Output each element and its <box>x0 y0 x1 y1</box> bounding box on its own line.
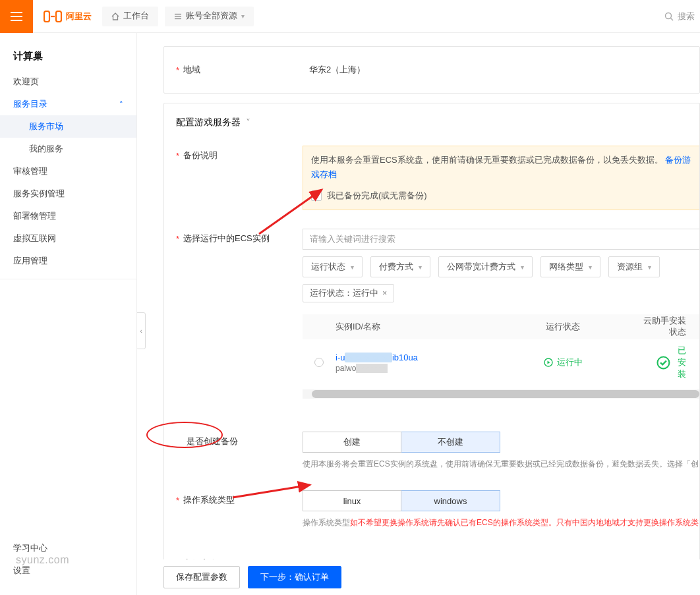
hint-create-backup: 使用本服务将会重置ECS实例的系统盘，使用前请确保无重要数据或已经完成数据备份，… <box>303 458 699 470</box>
ecs-search-input[interactable]: 请输入关键词进行搜索 <box>303 229 699 250</box>
sidebar-item-vnet[interactable]: 虚拟互联网 <box>0 227 136 250</box>
sidebar-item-label: 学习中心 <box>13 542 47 554</box>
label-backup: *备份说明 <box>164 146 303 161</box>
save-config-button[interactable]: 保存配置参数 <box>163 566 240 588</box>
row-radio[interactable] <box>314 358 324 367</box>
sidebar-item-label: 应用管理 <box>13 255 47 267</box>
check-circle-icon <box>656 356 670 370</box>
logo[interactable]: 阿里云 <box>44 11 92 22</box>
seg-linux[interactable]: linux <box>303 490 401 511</box>
account-scope-dropdown[interactable]: 账号全部资源 ▾ <box>165 7 254 26</box>
sidebar-collapse-handle[interactable]: ‹ <box>137 312 146 349</box>
home-icon <box>111 13 119 20</box>
backup-notice: 使用本服务会重置ECS系统盘，使用前请确保无重要数据或已完成数据备份，以免丢失数… <box>303 146 699 210</box>
logo-text: 阿里云 <box>66 11 92 22</box>
filter-pay[interactable]: 付费方式▾ <box>370 256 430 277</box>
seg-no-create[interactable]: 不创建 <box>401 432 500 453</box>
workspace-button[interactable]: 工作台 <box>102 7 158 26</box>
chevron-down-icon: ▾ <box>521 264 524 271</box>
sidebar-item-deploy[interactable]: 部署物管理 <box>0 205 136 227</box>
sidebar-item-instance[interactable]: 服务实例管理 <box>0 183 136 205</box>
backup-confirm-label: 我已备份完成(或无需备份) <box>327 188 427 203</box>
sidebar-item-audit[interactable]: 审核管理 <box>0 160 136 183</box>
sidebar-item-label: 部署物管理 <box>13 210 56 222</box>
sidebar-item-catalog[interactable]: 服务目录 ˄ <box>0 93 136 115</box>
sidebar-item-label: 设置 <box>13 565 30 577</box>
top-search[interactable]: 搜索 <box>664 11 700 22</box>
ecs-search-placeholder: 请输入关键词进行搜索 <box>310 233 395 245</box>
svg-rect-3 <box>44 11 49 22</box>
sidebar-item-label: 我的服务 <box>29 143 63 155</box>
seg-create[interactable]: 创建 <box>303 432 401 453</box>
sidebar-item-my-services[interactable]: 我的服务 <box>0 138 136 160</box>
close-icon[interactable]: × <box>382 289 387 298</box>
chevron-up-icon: ˄ <box>119 100 123 109</box>
region-value: 华东2（上海） <box>303 60 699 80</box>
chevron-down-icon: ˅ <box>246 117 250 128</box>
backup-confirm-checkbox[interactable] <box>311 190 322 201</box>
section-title-config[interactable]: 配置游戏服务器 ˅ <box>164 115 699 131</box>
next-step-button[interactable]: 下一步：确认订单 <box>248 566 341 588</box>
sidebar-title: 计算巢 <box>0 43 136 71</box>
account-scope-label: 账号全部资源 <box>186 11 237 22</box>
search-icon <box>664 12 674 21</box>
sidebar-item-label: 服务实例管理 <box>13 188 65 200</box>
table-header: 实例ID/名称 运行状态 云助手安装状态 <box>303 314 699 339</box>
logo-icon <box>44 11 62 22</box>
seg-windows[interactable]: windows <box>401 490 500 511</box>
sidebar-item-label: 服务市场 <box>29 121 63 132</box>
label-create-backup: 是否创建备份 <box>164 432 303 447</box>
chevron-down-icon: ▾ <box>241 13 245 20</box>
svg-rect-4 <box>56 11 61 22</box>
label-ecs-select: *选择运行中的ECS实例 <box>164 229 303 244</box>
sidebar-item-label: 服务目录 <box>13 98 47 110</box>
horizontal-scrollbar[interactable] <box>303 389 699 399</box>
instance-name: palwoxxxxxxxx <box>335 364 487 373</box>
status-installed: 已安装 <box>656 345 686 380</box>
top-search-placeholder: 搜索 <box>678 11 695 22</box>
chevron-down-icon: ▾ <box>351 264 354 271</box>
workspace-label: 工作台 <box>123 11 149 22</box>
label-os-type: *操作系统类型 <box>164 490 303 506</box>
table-row[interactable]: i-uxxxxxxxxxxxib10ua palwoxxxxxxxx <box>303 339 699 385</box>
sidebar-item-app[interactable]: 应用管理 <box>0 250 136 272</box>
list-icon <box>174 13 182 20</box>
hamburger-icon <box>11 12 22 21</box>
filter-group[interactable]: 资源组▾ <box>608 256 660 277</box>
label-region: *地域 <box>164 60 303 76</box>
sidebar-item-market[interactable]: 服务市场 <box>0 115 136 138</box>
status-running: 运行中 <box>544 356 583 368</box>
play-circle-icon <box>544 358 553 367</box>
watermark: syunz.com <box>16 554 69 566</box>
svg-point-9 <box>666 13 672 18</box>
chevron-down-icon: ▾ <box>419 264 422 271</box>
active-filter-tag[interactable]: 运行状态：运行中 × <box>303 284 394 302</box>
chevron-down-icon: ▾ <box>589 264 592 271</box>
hint-os-type: 操作系统类型如不希望更换操作系统请先确认已有ECS的操作系统类型。只有中国内地地… <box>303 517 699 529</box>
instance-id[interactable]: i-uxxxxxxxxxxxib10ua <box>335 353 487 362</box>
filter-bandwidth[interactable]: 公网带宽计费方式▾ <box>438 256 533 277</box>
sidebar-item-label: 欢迎页 <box>13 76 39 88</box>
sidebar-item-label: 审核管理 <box>13 165 47 177</box>
filter-run-status[interactable]: 运行状态▾ <box>303 256 363 277</box>
filter-net[interactable]: 网络类型▾ <box>540 256 600 277</box>
chevron-left-icon: ‹ <box>140 327 142 335</box>
sidebar-item-welcome[interactable]: 欢迎页 <box>0 71 136 93</box>
hamburger-menu[interactable] <box>0 0 33 33</box>
sidebar-item-label: 虚拟互联网 <box>13 233 56 244</box>
chevron-down-icon: ▾ <box>648 264 651 271</box>
svg-line-10 <box>671 18 674 20</box>
